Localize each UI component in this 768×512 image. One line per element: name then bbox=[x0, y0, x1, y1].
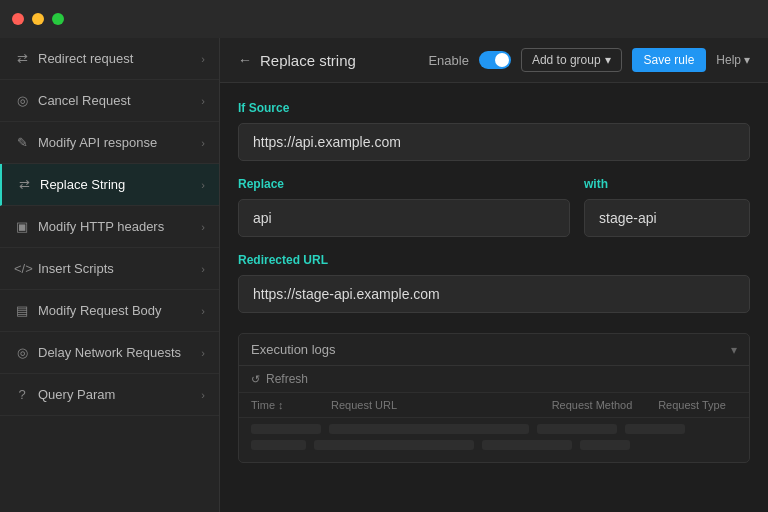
with-group: with bbox=[584, 177, 750, 237]
sidebar-item-insert-scripts[interactable]: </> Insert Scripts › bbox=[0, 248, 219, 290]
modify-http-icon: ▣ bbox=[14, 219, 30, 234]
request-type-column-header: Request Type bbox=[647, 399, 737, 411]
sidebar-item-label: Query Param bbox=[38, 387, 115, 402]
back-arrow-icon[interactable]: ← bbox=[238, 52, 252, 68]
main-layout: ⇄ Redirect request › ◎ Cancel Request › … bbox=[0, 38, 768, 512]
with-input[interactable] bbox=[584, 199, 750, 237]
skeleton-cell bbox=[580, 440, 630, 450]
replace-group: Replace bbox=[238, 177, 570, 237]
titlebar bbox=[0, 0, 768, 38]
save-rule-button[interactable]: Save rule bbox=[632, 48, 707, 72]
close-button[interactable] bbox=[12, 13, 24, 25]
skeleton-cell bbox=[537, 424, 617, 434]
sidebar-item-label: Delay Network Requests bbox=[38, 345, 181, 360]
cancel-icon: ◎ bbox=[14, 93, 30, 108]
chevron-right-icon: › bbox=[201, 53, 205, 65]
table-rows bbox=[239, 418, 749, 462]
skeleton-cell bbox=[482, 440, 572, 450]
enable-label: Enable bbox=[428, 53, 468, 68]
sidebar-item-label: Insert Scripts bbox=[38, 261, 114, 276]
help-label: Help bbox=[716, 53, 741, 67]
replace-string-icon: ⇄ bbox=[16, 177, 32, 192]
sidebar-item-label: Modify API response bbox=[38, 135, 157, 150]
sidebar-item-query-param[interactable]: ? Query Param › bbox=[0, 374, 219, 416]
sidebar-item-label: Redirect request bbox=[38, 51, 133, 66]
redirect-icon: ⇄ bbox=[14, 51, 30, 66]
modify-body-icon: ▤ bbox=[14, 303, 30, 318]
query-param-icon: ? bbox=[14, 387, 30, 402]
redirected-url-input[interactable] bbox=[238, 275, 750, 313]
chevron-down-icon: ▾ bbox=[605, 53, 611, 67]
chevron-down-icon: ▾ bbox=[731, 343, 737, 357]
skeleton-cell bbox=[314, 440, 474, 450]
chevron-right-icon: › bbox=[201, 95, 205, 107]
request-url-column-header: Request URL bbox=[331, 399, 537, 411]
minimize-button[interactable] bbox=[32, 13, 44, 25]
add-to-group-button[interactable]: Add to group ▾ bbox=[521, 48, 622, 72]
skeleton-row-2 bbox=[251, 440, 737, 450]
request-method-column-header: Request Method bbox=[537, 399, 647, 411]
sidebar-item-label: Modify Request Body bbox=[38, 303, 162, 318]
add-to-group-label: Add to group bbox=[532, 53, 601, 67]
help-button[interactable]: Help ▾ bbox=[716, 53, 750, 67]
content-area: ← Replace string Enable Add to group ▾ S… bbox=[220, 38, 768, 512]
chevron-right-icon: › bbox=[201, 389, 205, 401]
skeleton-cell bbox=[251, 424, 321, 434]
redirected-url-label: Redirected URL bbox=[238, 253, 750, 267]
refresh-label[interactable]: Refresh bbox=[266, 372, 308, 386]
skeleton-cell bbox=[251, 440, 306, 450]
sidebar-item-label: Cancel Request bbox=[38, 93, 131, 108]
sidebar-item-cancel-request[interactable]: ◎ Cancel Request › bbox=[0, 80, 219, 122]
chevron-right-icon: › bbox=[201, 137, 205, 149]
sidebar-item-label: Replace String bbox=[40, 177, 125, 192]
maximize-button[interactable] bbox=[52, 13, 64, 25]
form-area: If Source Replace with Redirected URL bbox=[220, 83, 768, 512]
sidebar-item-modify-api-response[interactable]: ✎ Modify API response › bbox=[0, 122, 219, 164]
chevron-down-icon: ▾ bbox=[744, 53, 750, 67]
skeleton-row-1 bbox=[251, 424, 737, 434]
skeleton-cell bbox=[329, 424, 529, 434]
sidebar-item-replace-string[interactable]: ⇄ Replace String › bbox=[0, 164, 219, 206]
chevron-right-icon: › bbox=[201, 305, 205, 317]
enable-toggle[interactable] bbox=[479, 51, 511, 69]
delay-icon: ◎ bbox=[14, 345, 30, 360]
sidebar-item-modify-request-body[interactable]: ▤ Modify Request Body › bbox=[0, 290, 219, 332]
execution-logs-title: Execution logs bbox=[251, 342, 336, 357]
chevron-right-icon: › bbox=[201, 347, 205, 359]
sidebar-item-redirect-request[interactable]: ⇄ Redirect request › bbox=[0, 38, 219, 80]
execution-logs-header[interactable]: Execution logs ▾ bbox=[239, 334, 749, 366]
with-label: with bbox=[584, 177, 750, 191]
chevron-right-icon: › bbox=[201, 179, 205, 191]
modify-api-icon: ✎ bbox=[14, 135, 30, 150]
if-source-input[interactable] bbox=[238, 123, 750, 161]
chevron-right-icon: › bbox=[201, 263, 205, 275]
chevron-right-icon: › bbox=[201, 221, 205, 233]
replace-input[interactable] bbox=[238, 199, 570, 237]
sidebar-item-delay-network-requests[interactable]: ◎ Delay Network Requests › bbox=[0, 332, 219, 374]
refresh-icon[interactable]: ↺ bbox=[251, 373, 260, 386]
replace-label: Replace bbox=[238, 177, 570, 191]
page-title: Replace string bbox=[260, 52, 356, 69]
skeleton-cell bbox=[625, 424, 685, 434]
insert-scripts-icon: </> bbox=[14, 261, 30, 276]
sidebar: ⇄ Redirect request › ◎ Cancel Request › … bbox=[0, 38, 220, 512]
if-source-label: If Source bbox=[238, 101, 750, 115]
sidebar-item-label: Modify HTTP headers bbox=[38, 219, 164, 234]
time-column-header: Time ↕ bbox=[251, 399, 331, 411]
sort-icon: ↕ bbox=[278, 399, 284, 411]
table-header: Time ↕ Request URL Request Method Reques… bbox=[239, 393, 749, 418]
sidebar-item-modify-http-headers[interactable]: ▣ Modify HTTP headers › bbox=[0, 206, 219, 248]
refresh-row: ↺ Refresh bbox=[239, 366, 749, 393]
replace-with-row: Replace with bbox=[238, 177, 750, 237]
execution-logs-panel: Execution logs ▾ ↺ Refresh Time ↕ Reques… bbox=[238, 333, 750, 463]
content-header: ← Replace string Enable Add to group ▾ S… bbox=[220, 38, 768, 83]
